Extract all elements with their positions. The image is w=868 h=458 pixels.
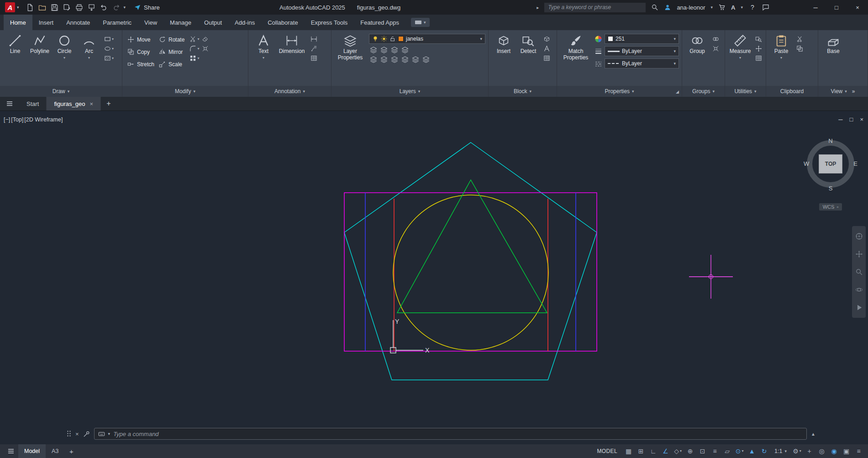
viewcube-east[interactable]: E bbox=[853, 160, 857, 167]
ungroup-icon[interactable] bbox=[712, 45, 719, 52]
model-tab[interactable]: Model bbox=[18, 444, 46, 458]
viewport-minimize-control[interactable]: [−] bbox=[4, 116, 10, 123]
array-icon[interactable]: ▾ bbox=[189, 55, 199, 62]
layer-thaw-icon[interactable] bbox=[391, 56, 398, 63]
file-tabs-menu-icon[interactable] bbox=[0, 97, 19, 111]
new-file-icon[interactable] bbox=[24, 1, 36, 13]
move-tool[interactable]: Move bbox=[125, 33, 157, 46]
ellipse-icon[interactable]: ▾ bbox=[104, 45, 114, 52]
ucs-x-label[interactable]: X bbox=[425, 347, 430, 354]
command-input-wrapper[interactable]: ▾ bbox=[94, 428, 807, 440]
annotation-visibility-icon[interactable]: ▲ bbox=[746, 446, 758, 457]
layers-panel-label[interactable]: Layers ▾ bbox=[331, 86, 488, 97]
pan-icon[interactable] bbox=[855, 250, 863, 258]
utilities-panel-label[interactable]: Utilities ▾ bbox=[725, 86, 766, 97]
ribbon-tab-home[interactable]: Home bbox=[4, 15, 32, 30]
rotate-tool[interactable]: Rotate bbox=[157, 33, 187, 46]
model-space-indicator[interactable]: MODEL bbox=[597, 448, 617, 454]
search-collapse-icon[interactable]: ▸ bbox=[537, 5, 539, 10]
linetype-select[interactable]: ByLayer ▾ bbox=[605, 58, 679, 68]
ribbon-tab-manage[interactable]: Manage bbox=[163, 15, 198, 30]
close-button[interactable]: × bbox=[847, 0, 868, 15]
rectangle[interactable] bbox=[344, 193, 597, 351]
close-tab-icon[interactable]: × bbox=[89, 100, 93, 107]
ribbon-overflow-icon[interactable]: » bbox=[852, 88, 855, 95]
view-panel-label[interactable]: View ▾ » bbox=[818, 86, 868, 97]
transparency-icon[interactable]: ▱ bbox=[721, 446, 733, 457]
erase-icon[interactable] bbox=[202, 36, 209, 42]
open-file-icon[interactable] bbox=[37, 1, 48, 13]
autodesk-apps-icon[interactable]: A bbox=[731, 4, 735, 11]
scale-tool[interactable]: Scale bbox=[157, 58, 187, 70]
ucs-origin-box[interactable] bbox=[390, 347, 396, 353]
object-snap-icon[interactable]: ⊙▾ bbox=[734, 446, 745, 457]
group-edit-icon[interactable] bbox=[712, 36, 719, 42]
clean-screen-icon[interactable]: ▣ bbox=[841, 446, 852, 457]
groups-panel-label[interactable]: Groups ▾ bbox=[682, 86, 725, 97]
annotation-scale-control[interactable]: 1:1 ▾ bbox=[770, 448, 791, 454]
inscribed-circle[interactable] bbox=[393, 195, 548, 350]
apps-chevron-icon[interactable]: ▾ bbox=[741, 5, 743, 10]
viewcube-west[interactable]: W bbox=[804, 160, 809, 167]
linetype-list-icon[interactable] bbox=[594, 60, 602, 68]
app-store-cart-icon[interactable] bbox=[718, 4, 726, 11]
layer-previous-icon[interactable] bbox=[422, 56, 430, 63]
rectangle-icon[interactable]: ▾ bbox=[104, 36, 114, 42]
zoom-icon[interactable] bbox=[855, 268, 863, 276]
help-icon[interactable]: ? bbox=[748, 3, 757, 11]
ribbon-tab-add-ins[interactable]: Add-ins bbox=[228, 15, 261, 30]
search-icon[interactable] bbox=[651, 4, 658, 11]
text-tool[interactable]: Text ▾ bbox=[251, 31, 276, 86]
viewport-close-icon[interactable]: × bbox=[860, 116, 863, 123]
layer-off-icon[interactable] bbox=[370, 46, 377, 53]
block-panel-label[interactable]: Block ▾ bbox=[489, 86, 557, 97]
base-tool[interactable]: Base bbox=[821, 31, 846, 86]
plot-icon[interactable] bbox=[74, 1, 85, 13]
ribbon-tab-parametric[interactable]: Parametric bbox=[96, 15, 138, 30]
layer-freeze-icon[interactable] bbox=[391, 46, 398, 53]
ribbon-tab-insert[interactable]: Insert bbox=[32, 15, 60, 30]
quick-select-icon[interactable] bbox=[755, 36, 762, 42]
triangle[interactable] bbox=[397, 180, 547, 313]
maximize-button[interactable]: □ bbox=[826, 0, 847, 15]
layer-unlock-icon[interactable] bbox=[401, 56, 409, 63]
multileader-icon[interactable] bbox=[310, 45, 317, 52]
layer-selector[interactable]: janelas ▾ bbox=[369, 34, 485, 44]
wcs-menu[interactable]: WCS ▫ bbox=[799, 203, 863, 211]
line-tool[interactable]: Line bbox=[3, 31, 27, 86]
help-search-box[interactable] bbox=[544, 3, 646, 12]
modify-panel-label[interactable]: Modify ▾ bbox=[122, 86, 248, 97]
ribbon-tab-collaborate[interactable]: Collaborate bbox=[261, 15, 305, 30]
insert-tool[interactable]: Insert bbox=[491, 31, 516, 86]
layer-unisolate-icon[interactable] bbox=[380, 56, 388, 63]
layer-isolate-icon[interactable] bbox=[380, 46, 388, 53]
orbit-icon[interactable] bbox=[855, 286, 863, 294]
ribbon-tab-express-tools[interactable]: Express Tools bbox=[305, 15, 354, 30]
properties-panel-label[interactable]: Properties ▾ bbox=[557, 86, 682, 97]
clipboard-panel-label[interactable]: Clipboard bbox=[766, 86, 818, 97]
arc-tool[interactable]: Arc ▾ bbox=[77, 31, 101, 86]
assistant-chat-icon[interactable] bbox=[762, 4, 769, 11]
fillet-icon[interactable]: ▾ bbox=[189, 45, 199, 52]
dynamic-input-icon[interactable]: ⊡ bbox=[697, 446, 708, 457]
qat-customize-icon[interactable]: ▾ bbox=[124, 5, 126, 10]
viewcube-top-face[interactable]: TOP bbox=[819, 154, 842, 174]
viewport-view-control[interactable]: [Top] bbox=[11, 116, 23, 123]
viewport-visual-style-control[interactable]: [2D Wireframe] bbox=[24, 116, 63, 123]
show-motion-icon[interactable] bbox=[855, 304, 863, 311]
redo-icon[interactable] bbox=[110, 1, 122, 13]
new-drawing-tab-button[interactable]: + bbox=[101, 97, 116, 111]
start-tab[interactable]: Start bbox=[19, 97, 47, 111]
drawing-area[interactable]: YX [−] [Top] [2D Wireframe] ─ □ × N W E … bbox=[0, 111, 868, 444]
command-line-customize-icon[interactable] bbox=[83, 431, 90, 437]
layout-tab-a3[interactable]: A3 bbox=[46, 444, 64, 458]
manage-attributes-icon[interactable] bbox=[543, 55, 550, 62]
model-space-canvas[interactable]: YX bbox=[0, 111, 868, 444]
mirror-tool[interactable]: Mirror bbox=[157, 46, 187, 58]
search-input[interactable] bbox=[548, 4, 642, 11]
lineweight-list-icon[interactable] bbox=[594, 47, 602, 55]
command-line-close-icon[interactable]: × bbox=[75, 431, 79, 437]
pentagon[interactable] bbox=[344, 142, 597, 380]
user-avatar-icon[interactable] bbox=[664, 4, 671, 11]
ortho-mode-icon[interactable]: ∟ bbox=[647, 446, 659, 457]
